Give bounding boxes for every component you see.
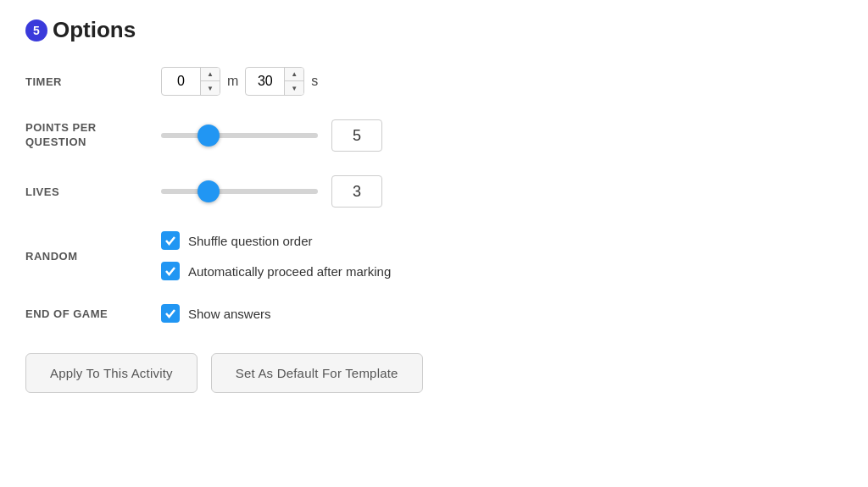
show-answers-label: Show answers (188, 307, 271, 321)
random-label: RANDOM (25, 250, 161, 263)
points-label: POINTS PER QUESTION (25, 121, 161, 150)
timer-controls: ▲ ▼ m ▲ ▼ s (161, 67, 843, 96)
points-slider-container[interactable] (161, 133, 318, 138)
lives-slider-track (161, 189, 318, 194)
seconds-up-arrow[interactable]: ▲ (285, 68, 303, 81)
seconds-arrows: ▲ ▼ (284, 68, 303, 95)
lives-value-box: 3 (331, 175, 382, 208)
points-slider-track (161, 133, 318, 138)
seconds-input[interactable] (246, 69, 284, 93)
end-of-game-options: Show answers (161, 304, 843, 323)
options-grid: TIMER ▲ ▼ m ▲ ▼ s POINTS PER QUESTION (25, 67, 843, 323)
minutes-spinner[interactable]: ▲ ▼ (161, 67, 220, 96)
end-of-game-label: END OF GAME (25, 307, 161, 320)
page-title: Options (53, 17, 136, 43)
apply-button[interactable]: Apply To This Activity (25, 353, 198, 393)
checkmark-icon (164, 265, 176, 277)
timer-label: TIMER (25, 75, 161, 88)
shuffle-checkbox[interactable] (161, 231, 180, 250)
points-value-box: 5 (331, 119, 382, 152)
step-badge: 5 (25, 19, 47, 42)
points-slider-row: 5 (161, 119, 843, 152)
lives-slider-container[interactable] (161, 189, 318, 194)
checkmark-icon (164, 307, 176, 319)
minutes-up-arrow[interactable]: ▲ (201, 68, 220, 81)
minutes-down-arrow[interactable]: ▼ (201, 81, 220, 95)
set-default-button[interactable]: Set As Default For Template (211, 353, 423, 393)
minutes-unit: m (227, 74, 238, 89)
page-header: 5 Options (25, 17, 843, 43)
random-options: Shuffle question order Automatically pro… (161, 231, 843, 280)
lives-slider-thumb[interactable] (198, 180, 220, 202)
show-answers-checkbox[interactable] (161, 304, 180, 323)
shuffle-label: Shuffle question order (188, 234, 313, 248)
checkmark-icon (164, 235, 176, 246)
auto-proceed-checkbox[interactable] (161, 262, 180, 280)
auto-proceed-label: Automatically proceed after marking (188, 264, 391, 279)
seconds-unit: s (311, 74, 318, 89)
action-buttons: Apply To This Activity Set As Default Fo… (25, 353, 843, 393)
seconds-spinner[interactable]: ▲ ▼ (245, 67, 304, 96)
shuffle-checkbox-item: Shuffle question order (161, 231, 843, 250)
lives-label: LIVES (25, 185, 161, 198)
points-slider-thumb[interactable] (198, 125, 220, 147)
auto-proceed-checkbox-item: Automatically proceed after marking (161, 262, 843, 280)
minutes-arrows: ▲ ▼ (200, 68, 220, 95)
show-answers-checkbox-item: Show answers (161, 304, 843, 323)
lives-slider-row: 3 (161, 175, 843, 208)
seconds-down-arrow[interactable]: ▼ (285, 81, 303, 95)
minutes-input[interactable] (162, 69, 200, 93)
